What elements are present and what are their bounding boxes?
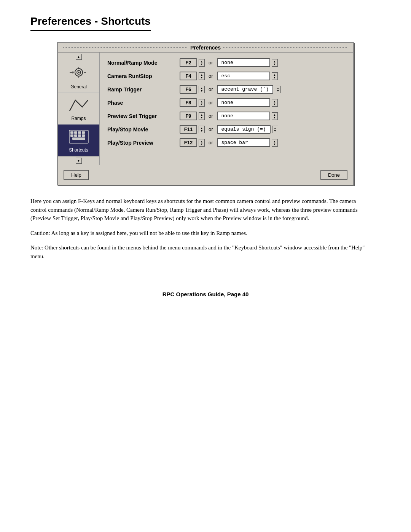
shortcut-fkey-camera-run: F4 ▲▼ or esc ▲▼ (180, 72, 278, 80)
shortcut-fkey-phase: F8 ▲▼ or none ▲▼ (180, 98, 278, 107)
shortcuts-icon (67, 128, 90, 146)
scroll-up-button[interactable]: ▲ (76, 54, 82, 60)
fkey-phase-spinner[interactable]: ▲▼ (199, 99, 205, 107)
sidebar-shortcuts-label: Shortcuts (69, 147, 88, 153)
shortcut-row-normal-ramp: Normal/Ramp Mode F2 ▲▼ or none ▲▼ (107, 58, 346, 67)
shortcut-fkey-normal-ramp: F2 ▲▼ or none ▲▼ (180, 58, 278, 67)
shortcut-label-play-stop-preview: Play/Stop Preview (107, 140, 180, 146)
preferences-dialog: Preferences ▲ (57, 42, 354, 185)
sidebar: ▲ (58, 53, 100, 165)
page-footer: RPC Operations Guide, Page 40 (30, 291, 381, 297)
shortcut-fkey-play-stop-preview: F12 ▲▼ or space bar ▲▼ (180, 138, 278, 147)
fkey-camera-run-spinner[interactable]: ▲▼ (199, 72, 205, 80)
dialog-body: ▲ (58, 53, 353, 165)
alt-key-play-stop-movie: equals sign (=) (217, 125, 271, 134)
fkey-normal-ramp: F2 (180, 58, 197, 67)
alt-ramp-trigger-spinner[interactable]: ▲▼ (275, 86, 281, 93)
svg-rect-12 (78, 131, 81, 134)
shortcut-label-phase: Phase (107, 100, 180, 106)
help-button[interactable]: Help (64, 170, 89, 180)
shortcut-label-camera-run: Camera Run/Stop (107, 73, 180, 79)
shortcut-fkey-play-stop-movie: F11 ▲▼ or equals sign (=) ▲▼ (180, 125, 278, 134)
shortcut-row-camera-run: Camera Run/Stop F4 ▲▼ or esc ▲▼ (107, 72, 346, 80)
alt-key-ramp-trigger: accent grave (`) (217, 85, 274, 94)
fkey-preview-set-spinner[interactable]: ▲▼ (199, 112, 205, 120)
fkey-play-stop-preview: F12 (180, 138, 197, 147)
shortcut-label-play-stop-movie: Play/Stop Movie (107, 126, 180, 133)
or-text-4: or (209, 113, 213, 119)
sidebar-general-label: General (70, 84, 87, 89)
shortcut-label-preview-set: Preview Set Trigger (107, 113, 180, 119)
shortcut-label-normal-ramp: Normal/Ramp Mode (107, 60, 180, 66)
shortcut-row-play-stop-preview: Play/Stop Preview F12 ▲▼ or space bar ▲▼ (107, 138, 346, 147)
dialog-footer: Help Done (58, 165, 353, 185)
scroll-down-button[interactable]: ▼ (76, 158, 82, 164)
fkey-play-stop-movie-spinner[interactable]: ▲▼ (199, 126, 205, 133)
svg-rect-16 (78, 134, 81, 137)
alt-key-phase: none (217, 98, 270, 107)
shortcuts-panel: Normal/Ramp Mode F2 ▲▼ or none ▲▼ Camera… (100, 53, 353, 165)
body-paragraph-3: Note: Other shortcuts can be found in th… (30, 243, 373, 260)
scroll-up-area: ▲ (58, 53, 99, 61)
shortcut-row-ramp-trigger: Ramp Trigger F6 ▲▼ or accent grave (`) ▲… (107, 85, 346, 94)
shortcut-fkey-ramp-trigger: F6 ▲▼ or accent grave (`) ▲▼ (180, 85, 281, 94)
alt-play-stop-preview-spinner[interactable]: ▲▼ (272, 139, 278, 147)
or-text-2: or (209, 86, 213, 92)
fkey-preview-set: F9 (180, 112, 197, 120)
alt-key-camera-run: esc (217, 72, 270, 80)
body-paragraph-1: Here you can assign F-Keys and normal ke… (30, 197, 373, 223)
sidebar-item-shortcuts[interactable]: Shortcuts (58, 125, 99, 156)
dialog-titlebar: Preferences (58, 43, 353, 53)
shortcut-fkey-preview-set: F9 ▲▼ or none ▲▼ (180, 112, 278, 120)
fkey-play-stop-movie: F11 (180, 125, 197, 134)
page-title: Preferences - Shortcuts (30, 15, 151, 31)
scroll-down-area: ▼ (58, 156, 99, 165)
fkey-phase: F8 (180, 98, 197, 107)
svg-rect-13 (82, 131, 85, 134)
sidebar-item-ramps[interactable]: Ramps (58, 93, 99, 125)
shortcut-row-phase: Phase F8 ▲▼ or none ▲▼ (107, 98, 346, 107)
or-text-3: or (209, 100, 213, 105)
svg-point-6 (78, 72, 80, 73)
alt-key-normal-ramp: none (217, 58, 270, 67)
fkey-ramp-trigger: F6 (180, 85, 197, 94)
alt-key-play-stop-preview: space bar (217, 138, 270, 147)
alt-normal-ramp-spinner[interactable]: ▲▼ (272, 59, 278, 67)
alt-play-stop-movie-spinner[interactable]: ▲▼ (272, 126, 278, 133)
svg-rect-14 (70, 134, 73, 137)
fkey-play-stop-preview-spinner[interactable]: ▲▼ (199, 139, 205, 147)
alt-key-preview-set: none (217, 112, 270, 120)
shortcut-label-ramp-trigger: Ramp Trigger (107, 86, 180, 93)
shortcut-row-preview-set: Preview Set Trigger F9 ▲▼ or none ▲▼ (107, 112, 346, 120)
sidebar-ramps-label: Ramps (71, 116, 86, 121)
page-footer-label: RPC Operations Guide, Page 40 (162, 291, 249, 297)
alt-camera-run-spinner[interactable]: ▲▼ (272, 72, 278, 80)
shortcut-row-play-stop-movie: Play/Stop Movie F11 ▲▼ or equals sign (=… (107, 125, 346, 134)
dialog-title: Preferences (190, 45, 221, 51)
body-paragraph-2: Caution: As long as a key is assigned he… (30, 229, 373, 238)
alt-preview-set-spinner[interactable]: ▲▼ (272, 112, 278, 120)
fkey-normal-ramp-spinner[interactable]: ▲▼ (199, 59, 205, 67)
or-text-5: or (209, 126, 213, 132)
fkey-ramp-trigger-spinner[interactable]: ▲▼ (199, 86, 205, 93)
sidebar-item-general[interactable]: General (58, 61, 99, 93)
or-text-1: or (209, 73, 213, 79)
or-text-6: or (209, 140, 213, 145)
svg-rect-11 (74, 131, 77, 134)
svg-rect-15 (74, 134, 77, 137)
general-icon (67, 64, 90, 83)
svg-rect-18 (72, 137, 85, 140)
svg-rect-17 (82, 134, 85, 137)
or-text-0: or (209, 60, 213, 66)
done-button[interactable]: Done (320, 170, 347, 180)
alt-phase-spinner[interactable]: ▲▼ (272, 99, 278, 107)
fkey-camera-run: F4 (180, 72, 197, 80)
svg-rect-10 (70, 131, 73, 134)
ramps-icon (67, 96, 90, 114)
